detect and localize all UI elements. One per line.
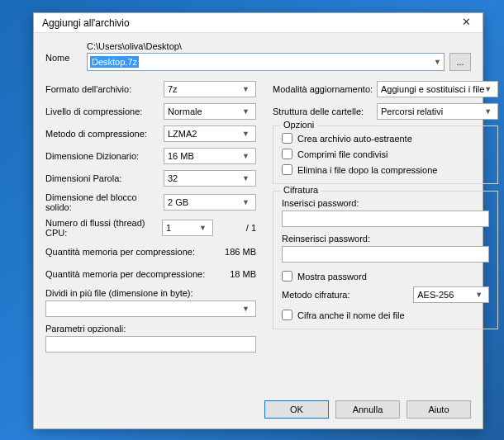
update-label: Modalità aggiornamento:	[273, 84, 377, 94]
mem-comp-label: Quantità memoria per compressione:	[45, 247, 207, 257]
cipher-group: Cifratura Inserisci password: Reinserisc…	[273, 191, 498, 329]
method-select[interactable]: LZMA2 ▼	[164, 125, 256, 142]
close-icon[interactable]: ✕	[454, 15, 478, 31]
pass1-label: Inserisci password:	[282, 198, 489, 208]
block-select[interactable]: 2 GB ▼	[164, 194, 256, 211]
cancel-button[interactable]: Annulla	[335, 400, 400, 419]
options-group: Opzioni Crea archivio auto-estraente Com…	[273, 125, 498, 184]
cipher-legend: Cifratura	[280, 185, 321, 195]
word-select[interactable]: 32 ▼	[164, 170, 256, 187]
params-label: Parametri opzionali:	[45, 324, 256, 334]
delete-checkbox[interactable]	[282, 164, 292, 175]
paths-select[interactable]: Percorsi relativi ▼	[377, 103, 498, 120]
format-select[interactable]: 7z ▼	[164, 81, 256, 97]
chevron-down-icon: ▼	[242, 107, 250, 116]
archive-path: C:\Users\oliva\Desktop\	[87, 41, 471, 51]
block-label: Dimensione del blocco solido:	[45, 192, 164, 212]
threads-select[interactable]: 1 ▼	[162, 220, 213, 236]
chevron-down-icon: ▼	[434, 58, 441, 66]
update-select[interactable]: Aggiungi e sostituisci i file ▼	[377, 81, 498, 97]
chevron-down-icon: ▼	[242, 198, 250, 206]
dict-select[interactable]: 16 MB ▼	[164, 148, 256, 164]
dialog-content: Nome C:\Users\oliva\Desktop\ Desktop.7z …	[34, 33, 483, 361]
paths-label: Struttura delle cartelle:	[273, 106, 377, 116]
threads-max: / 1	[216, 223, 256, 233]
password-input[interactable]	[282, 211, 489, 227]
chevron-down-icon: ▼	[242, 152, 250, 160]
add-to-archive-dialog: Aggiungi all'archivio ✕ Nome C:\Users\ol…	[33, 12, 483, 429]
ok-button[interactable]: OK	[264, 400, 329, 419]
dialog-buttons: OK Annulla Aiuto	[264, 400, 471, 419]
chevron-down-icon: ▼	[484, 85, 492, 93]
archive-name-value: Desktop.7z	[90, 56, 139, 68]
delete-label: Elimina i file dopo la compressione	[297, 165, 437, 175]
cipher-method-select[interactable]: AES-256 ▼	[413, 286, 489, 303]
chevron-down-icon: ▼	[199, 224, 207, 232]
showpass-label: Mostra password	[297, 272, 367, 282]
dict-label: Dimensione Dizionario:	[45, 151, 164, 161]
password-confirm-input[interactable]	[282, 246, 489, 263]
right-column: Modalità aggiornamento: Aggiungi e sosti…	[273, 81, 498, 352]
chevron-down-icon: ▼	[242, 305, 250, 313]
help-button[interactable]: Aiuto	[407, 400, 471, 419]
mem-comp-value: 186 MB	[207, 247, 256, 257]
cipher-method-label: Metodo cifratura:	[282, 290, 413, 300]
chevron-down-icon: ▼	[242, 130, 250, 138]
titlebar: Aggiungi all'archivio ✕	[34, 13, 483, 33]
word-label: Dimensioni Parola:	[45, 173, 164, 183]
threads-label: Numero di flussi (thread) CPU:	[45, 218, 162, 238]
chevron-down-icon: ▼	[242, 85, 250, 93]
chevron-down-icon: ▼	[242, 174, 250, 182]
shared-checkbox[interactable]	[282, 149, 292, 159]
params-input[interactable]	[45, 336, 256, 352]
chevron-down-icon: ▼	[484, 107, 492, 116]
mem-decomp-value: 18 MB	[207, 269, 256, 279]
chevron-down-icon: ▼	[475, 291, 483, 299]
options-legend: Opzioni	[280, 120, 317, 130]
encnames-checkbox[interactable]	[282, 310, 292, 320]
sfx-checkbox[interactable]	[282, 133, 292, 144]
shared-label: Comprimi file condivisi	[297, 149, 388, 159]
archive-name-input[interactable]: Desktop.7z ▼	[87, 53, 445, 71]
sfx-label: Crea archivio auto-estraente	[297, 134, 412, 144]
format-label: Formato dell'archivio:	[45, 84, 164, 94]
name-label: Nome	[45, 41, 87, 63]
window-title: Aggiungi all'archivio	[42, 17, 454, 29]
method-label: Metodo di compressione:	[45, 129, 164, 139]
encnames-label: Cifra anche il nome dei file	[297, 310, 405, 320]
split-select[interactable]: ▼	[45, 300, 256, 317]
browse-button[interactable]: ...	[449, 53, 471, 71]
level-select[interactable]: Normale ▼	[164, 103, 256, 120]
left-column: Formato dell'archivio: 7z ▼ Livello di c…	[45, 81, 256, 352]
level-label: Livello di compressione:	[45, 106, 164, 116]
split-label: Dividi in più file (dimensione in byte):	[45, 288, 256, 298]
mem-decomp-label: Quantità memoria per decompressione:	[45, 269, 207, 279]
pass2-label: Reinserisci password:	[282, 234, 489, 244]
showpass-checkbox[interactable]	[282, 271, 292, 282]
archive-name-row: Nome C:\Users\oliva\Desktop\ Desktop.7z …	[45, 41, 471, 71]
